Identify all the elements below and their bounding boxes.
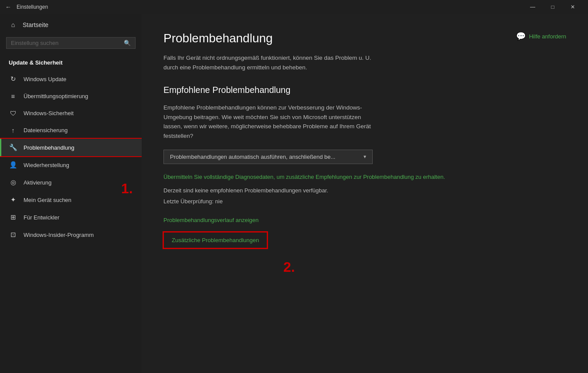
sidebar-item-label: Windows-Sicherheit [24, 110, 74, 116]
sicherheit-icon: 🛡 [9, 110, 17, 117]
back-button[interactable]: ← [5, 3, 11, 10]
sidebar-item-label: Aktivierung [24, 179, 51, 186]
main-content: 💬 Hilfe anfordern Problembehandlung Fall… [142, 14, 588, 373]
geraet-icon: ✦ [9, 196, 17, 204]
sidebar-item-dateiensicherung[interactable]: ↑ Dateiensicherung [0, 122, 142, 139]
section-title: Empfohlene Problembehandlung [163, 85, 566, 95]
additional-troubleshoot-button[interactable]: Zusätzliche Problembehandlungen [163, 232, 267, 248]
search-box[interactable]: 🔍 [6, 37, 136, 49]
sidebar-item-label: Für Entwickler [24, 214, 59, 221]
sidebar-item-label: Mein Gerät suchen [24, 197, 71, 203]
app-body: ⌂ Startseite 🔍 Update & Sicherheit ↻ Win… [0, 14, 588, 373]
sidebar-item-mein-geraet-suchen[interactable]: ✦ Mein Gerät suchen [0, 191, 142, 209]
sidebar-item-home[interactable]: ⌂ Startseite [0, 14, 142, 35]
no-recommendations-text: Derzeit sind keine empfohlenen Problembe… [163, 186, 566, 195]
sidebar-item-label: Windows Update [24, 76, 66, 82]
dateiensicherung-icon: ↑ [9, 127, 17, 134]
search-input[interactable] [11, 40, 120, 46]
home-icon: ⌂ [9, 21, 17, 28]
auto-troubleshoot-dropdown[interactable]: Problembehandlungen automatisch ausführe… [163, 150, 373, 164]
sidebar-home-label: Startseite [23, 21, 48, 28]
problembehandlung-icon: 🔧 [9, 144, 17, 151]
dropdown-wrapper: Problembehandlungen automatisch ausführe… [163, 150, 566, 164]
sidebar-item-label: Windows-Insider-Programm [24, 232, 94, 238]
aktivierung-icon: ◎ [9, 178, 17, 186]
last-check-text: Letzte Überprüfung: nie [163, 198, 566, 205]
help-link-label: Hilfe anfordern [529, 33, 566, 40]
sidebar-item-label: Problembehandlung [24, 144, 74, 151]
minimize-button[interactable]: — [523, 0, 543, 14]
sidebar: ⌂ Startseite 🔍 Update & Sicherheit ↻ Win… [0, 14, 142, 373]
sidebar-item-label: Dateiensicherung [24, 127, 68, 133]
page-description: Falls Ihr Gerät nicht ordnungsgemäß funk… [163, 53, 373, 72]
help-link[interactable]: 💬 Hilfe anfordern [516, 31, 566, 41]
window-controls: — □ ✕ [523, 0, 583, 14]
page-title: Problembehandlung [163, 31, 566, 45]
sidebar-item-wiederherstellung[interactable]: 👤 Wiederherstellung [0, 156, 142, 174]
sidebar-section-title: Update & Sicherheit [0, 56, 142, 70]
sidebar-item-windows-insider-programm[interactable]: ⊡ Windows-Insider-Programm [0, 226, 142, 243]
diagnostics-link[interactable]: Übermitteln Sie vollständige Diagnosedat… [163, 174, 445, 180]
chevron-down-icon: ▾ [364, 154, 366, 160]
sidebar-item-aktivierung[interactable]: ◎ Aktivierung [0, 174, 142, 191]
sidebar-item-fuer-entwickler[interactable]: ⊞ Für Entwickler [0, 209, 142, 226]
info-link-text[interactable]: Übermitteln Sie vollständige Diagnosedat… [163, 173, 566, 181]
annotation-2: 2. [283, 259, 305, 274]
history-link[interactable]: Problembehandlungsverlauf anzeigen [163, 217, 566, 223]
windows-update-icon: ↻ [9, 75, 17, 83]
search-icon: 🔍 [124, 40, 131, 46]
help-icon: 💬 [516, 31, 526, 41]
insider-icon: ⊡ [9, 231, 17, 239]
sidebar-item-windows-update[interactable]: ↻ Windows Update [0, 70, 142, 88]
window-title: Einstellungen [17, 4, 523, 10]
wiederherstellung-icon: 👤 [9, 161, 17, 169]
dropdown-value: Problembehandlungen automatisch ausführe… [170, 154, 335, 160]
sidebar-item-uebermittlungsoptimierung[interactable]: ≡ Übermittlungsoptimierung [0, 88, 142, 105]
titlebar: ← Einstellungen — □ ✕ [0, 0, 588, 14]
close-button[interactable]: ✕ [563, 0, 583, 14]
section-description: Empfohlene Problembehandlungen können zu… [163, 103, 373, 140]
uebermittlung-icon: ≡ [9, 92, 17, 100]
sidebar-item-problembehandlung[interactable]: 🔧 Problembehandlung [0, 139, 142, 156]
sidebar-item-label: Übermittlungsoptimierung [24, 93, 88, 99]
sidebar-item-windows-sicherheit[interactable]: 🛡 Windows-Sicherheit [0, 105, 142, 122]
entwickler-icon: ⊞ [9, 213, 17, 221]
sidebar-item-label: Wiederherstellung [24, 162, 69, 168]
maximize-button[interactable]: □ [543, 0, 563, 14]
